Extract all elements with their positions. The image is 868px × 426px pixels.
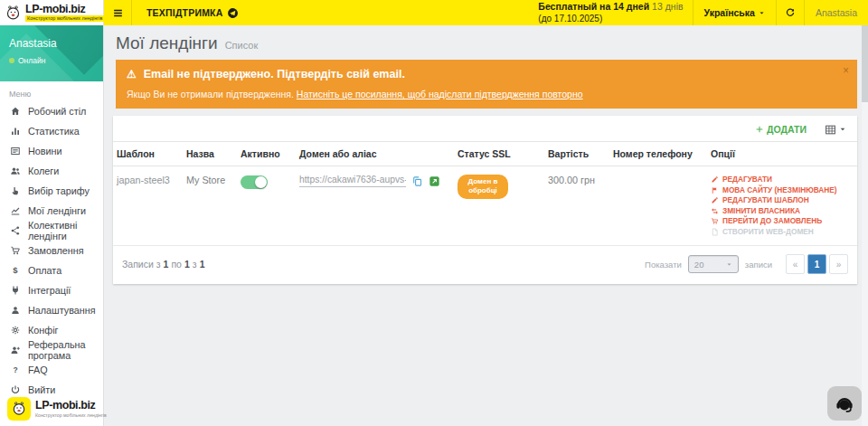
option-label: ЗМІНИТИ ВЛАСНИКА [722, 206, 800, 217]
chevron-down-icon [726, 261, 732, 268]
online-status-dot [9, 58, 14, 63]
sidebar: LP-mobi.biz Конструктор мобільних лендін… [0, 0, 104, 426]
copy-icon[interactable] [411, 175, 423, 187]
sidebar-item-payment[interactable]: Оплата [0, 260, 103, 280]
support-chat-widget[interactable] [827, 386, 862, 421]
column-visibility-button[interactable] [825, 124, 846, 136]
cell-phone [609, 166, 707, 246]
refresh-icon [785, 7, 796, 18]
sidebar-item-label: Новини [28, 146, 62, 156]
sidebar-item-label: Вийти [28, 384, 55, 395]
topbar-username[interactable]: Anastasia [805, 7, 868, 18]
sidebar-item-config[interactable]: Конфіг [0, 320, 103, 340]
landings-card: ДОДАТИ Шаблон Назва Активно [113, 116, 857, 284]
scrollbar-thumb[interactable] [862, 25, 868, 102]
plug-icon [9, 285, 22, 296]
option-label: СТВОРИТИ WEB-ДОМЕН [722, 227, 814, 238]
sidebar-item-label: Колеги [28, 166, 59, 176]
sidebar-footer-logo[interactable]: LP-mobi.biz Конструктор мобільних лендін… [0, 397, 103, 421]
trial-until-date: (до 17.10.2025) [538, 13, 683, 24]
sidebar-menu: Робочий стіл Статистика Новини Колеги Ви… [0, 101, 103, 400]
option-change-owner[interactable]: ЗМІНИТИ ВЛАСНИКА [711, 206, 854, 217]
page-size-value: 20 [694, 260, 704, 270]
option-site-language[interactable]: МОВА САЙТУ (НЕЗМІНЮВАНЕ) [711, 185, 854, 196]
file-icon [711, 228, 719, 236]
brand-logo[interactable]: LP-mobi.biz Конструктор мобільних лендін… [0, 0, 103, 25]
gear-icon [9, 325, 22, 336]
records-info: Записи з1 по1 з1 [122, 259, 204, 270]
news-icon [9, 146, 22, 156]
col-header-active[interactable]: Активно [237, 142, 296, 166]
active-toggle[interactable] [241, 175, 268, 189]
option-go-to-orders[interactable]: ПЕРЕЙТИ ДО ЗАМОВЛЕНЬ [711, 216, 854, 227]
dog-logo-icon [5, 5, 22, 22]
page-size-select[interactable]: 20 [688, 255, 739, 273]
resend-confirmation-link[interactable]: Натисніть це посилання, щоб надіслати пі… [297, 89, 583, 99]
sidebar-item-news[interactable]: Новини [0, 141, 103, 161]
sidebar-item-label: Вибір тарифу [28, 185, 90, 196]
alert-text: Якщо Ви не отримали підтвердження. Натис… [127, 89, 846, 99]
open-site-icon[interactable] [429, 175, 440, 187]
sidebar-item-label: Оплата [28, 265, 61, 276]
chevron-down-icon [759, 10, 765, 16]
sidebar-item-label: Конфіг [28, 325, 58, 336]
domain-input[interactable] [299, 175, 406, 187]
option-label: ПЕРЕЙТИ ДО ЗАМОВЛЕНЬ [722, 216, 822, 227]
cart-icon [711, 217, 719, 225]
alert-text-plain: Якщо Ви не отримали підтвердження. [127, 89, 294, 99]
trial-plan-label: Бесплатный на 14 дней [538, 1, 649, 12]
online-status-label: Онлайн [18, 56, 45, 65]
table-header-row: Шаблон Назва Активно Домен або аліас Ста… [113, 142, 857, 166]
sidebar-item-referral[interactable]: Реферальна програма [0, 340, 103, 360]
brand-name: LP-mobi.biz [25, 4, 105, 15]
sidebar-item-tariff[interactable]: Вибір тарифу [0, 181, 103, 201]
sidebar-item-collective-landings[interactable]: Колективні лендінги [0, 221, 103, 241]
refresh-button[interactable] [777, 0, 804, 25]
sidebar-item-faq[interactable]: FAQ [0, 360, 103, 380]
sidebar-item-stats[interactable]: Статистика [0, 121, 103, 141]
col-header-name[interactable]: Назва [183, 142, 237, 166]
sidebar-item-settings[interactable]: Налаштування [0, 300, 103, 320]
page-scrollbar[interactable] [862, 25, 868, 426]
sidebar-item-orders[interactable]: Замовлення [0, 241, 103, 260]
option-create-web-domain: СТВОРИТИ WEB-ДОМЕН [711, 227, 854, 238]
add-landing-button[interactable]: ДОДАТИ [755, 124, 807, 135]
col-header-phone[interactable]: Номер телефону [609, 142, 707, 166]
option-edit-template[interactable]: РЕДАГУВАТИ ШАБЛОН [711, 195, 854, 206]
add-button-label: ДОДАТИ [767, 124, 807, 135]
trial-info: Бесплатный на 14 дней13 днів (до 17.10.2… [538, 1, 683, 25]
language-selector[interactable]: Українська [693, 0, 776, 25]
close-icon[interactable]: × [843, 65, 849, 76]
card-toolbar: ДОДАТИ [113, 116, 857, 141]
col-header-price[interactable]: Вартість [544, 142, 609, 166]
cell-template: japan-steel3 [113, 166, 183, 246]
support-link[interactable]: ТЕХПІДТРИМКА [132, 7, 253, 19]
page-1-button[interactable]: 1 [807, 254, 826, 274]
sidebar-item-label: Колективні лендінги [28, 220, 94, 241]
exchange-icon [711, 207, 719, 215]
prev-page-button[interactable]: « [786, 254, 805, 274]
alert-title: Email не підтверджено. Підтвердіть свій … [144, 68, 405, 80]
table-footer: Записи з1 по1 з1 Показати 20 записи « 1 … [113, 246, 857, 284]
col-header-domain[interactable]: Домен або аліас [296, 142, 454, 166]
sidebar-item-label: FAQ [28, 364, 48, 375]
menu-section-label: Меню [0, 81, 103, 101]
sidebar-item-dashboard[interactable]: Робочий стіл [0, 101, 103, 121]
option-edit[interactable]: РЕДАГУВАТИ [711, 175, 854, 185]
table-row: japan-steel3 My Store Домен в обробці 30… [113, 166, 857, 246]
landings-table: Шаблон Назва Активно Домен або аліас Ста… [113, 141, 857, 246]
col-header-options[interactable]: Опції [707, 142, 857, 166]
sidebar-item-label: Робочий стіл [28, 106, 86, 117]
col-header-ssl[interactable]: Статус SSL [454, 142, 544, 166]
hamburger-menu-button[interactable] [104, 0, 131, 25]
profile-status: Онлайн [9, 56, 94, 65]
col-header-template[interactable]: Шаблон [113, 142, 183, 166]
sidebar-item-colleagues[interactable]: Колеги [0, 161, 103, 181]
next-page-button[interactable]: » [829, 254, 848, 274]
main-content: Мої лендінги Список ⚠ Email не підтвердж… [104, 25, 868, 426]
sidebar-item-label: Інтеграції [28, 285, 71, 296]
grid-icon [825, 124, 836, 136]
sidebar-item-my-landings[interactable]: Мої лендінги [0, 201, 103, 221]
language-label: Українська [704, 7, 755, 18]
sidebar-item-integrations[interactable]: Інтеграції [0, 280, 103, 300]
